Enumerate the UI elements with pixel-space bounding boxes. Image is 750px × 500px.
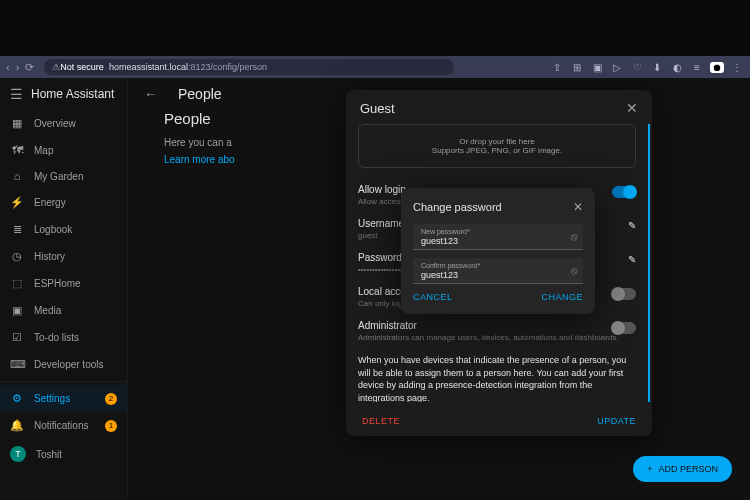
delete-button[interactable]: DELETE [362, 416, 400, 426]
overview-icon: ▦ [10, 117, 24, 130]
dialog-close-icon[interactable]: ✕ [573, 200, 583, 214]
edit-password-icon[interactable]: ✎ [628, 254, 636, 265]
reload-icon[interactable]: ⟳ [25, 61, 34, 74]
plus-icon: + [647, 464, 652, 474]
heart-icon[interactable]: ♡ [630, 62, 644, 73]
browser-actions: ⇪ ⊞ ▣ ▷ ♡ ⬇ ◐ ≡ ⏺ ⋮ [550, 62, 744, 73]
sidebar-item-label: My Garden [34, 171, 83, 182]
my-garden-icon: ⌂ [10, 170, 24, 182]
sidebar-item-toshit[interactable]: TToshit [0, 439, 127, 469]
sidebar-item-overview[interactable]: ▦Overview [0, 110, 127, 137]
menu-icon[interactable]: ⋮ [730, 62, 744, 73]
record-icon[interactable]: ⏺ [710, 62, 724, 73]
sidebar-item-label: Toshit [36, 449, 62, 460]
esphome-icon: ⬚ [10, 277, 24, 290]
sidebar-item-logbook[interactable]: ≣Logbook [0, 216, 127, 243]
back-arrow-icon[interactable]: ← [144, 86, 158, 102]
change-button[interactable]: CHANGE [541, 292, 583, 302]
confirm-password-value: guest123 [421, 270, 575, 280]
edit-username-icon[interactable]: ✎ [628, 220, 636, 231]
cancel-button[interactable]: CANCEL [413, 292, 453, 302]
sidebar-item-history[interactable]: ◷History [0, 243, 127, 270]
badge: 2 [105, 393, 117, 405]
forward-icon[interactable]: › [16, 61, 20, 73]
ext-icon[interactable]: ⊞ [570, 62, 584, 73]
sidebar-item-map[interactable]: 🗺Map [0, 137, 127, 163]
main: ← People People Here you can a Learn mor… [128, 78, 750, 500]
sidebar-item-energy[interactable]: ⚡Energy [0, 189, 127, 216]
to-do-lists-icon: ☑ [10, 331, 24, 344]
back-icon[interactable]: ‹ [6, 61, 10, 73]
page-title: People [178, 86, 222, 102]
sidebar-item-label: Media [34, 305, 61, 316]
sidebar-item-label: Developer tools [34, 359, 103, 370]
sidebar-item-label: Overview [34, 118, 76, 129]
close-icon[interactable]: ✕ [626, 100, 638, 116]
confirm-password-field[interactable]: Confirm password* guest123 ⦸ [413, 258, 583, 284]
settings-icon: ⚙ [10, 392, 24, 405]
learn-more-link[interactable]: Learn more abo [164, 154, 235, 165]
admin-sub: Administrators can manage users, devices… [358, 333, 636, 342]
presence-info: When you have devices that indicate the … [358, 354, 636, 402]
sidebar-item-label: To-do lists [34, 332, 79, 343]
add-person-button[interactable]: + ADD PERSON [633, 456, 732, 482]
fab-label: ADD PERSON [658, 464, 718, 474]
address-bar[interactable]: ⚠ Not secure homeassistant.local :8123/c… [44, 59, 454, 75]
visibility-off-icon[interactable]: ⦸ [571, 265, 577, 277]
sidebar-item-settings[interactable]: ⚙Settings2 [0, 385, 127, 412]
developer-tools-icon: ⌨ [10, 358, 24, 371]
sidebar-item-media[interactable]: ▣Media [0, 297, 127, 324]
sidebar-item-label: Logbook [34, 224, 72, 235]
admin-toggle[interactable] [612, 322, 636, 334]
browser-toolbar: ‹ › ⟳ ⚠ Not secure homeassistant.local :… [0, 56, 750, 78]
security-label: Not secure [60, 62, 104, 72]
notifications-icon: 🔔 [10, 419, 24, 432]
app-title: Home Assistant [31, 87, 114, 101]
sidebar-item-label: Notifications [34, 420, 88, 431]
download-icon[interactable]: ⬇ [650, 62, 664, 73]
play-icon[interactable]: ▷ [610, 62, 624, 73]
update-button[interactable]: UPDATE [597, 416, 636, 426]
sidebar-item-label: Settings [34, 393, 70, 404]
sidebar-item-label: History [34, 251, 65, 262]
url-host: homeassistant.local [109, 62, 188, 72]
page-hint: Here you can a [164, 137, 232, 148]
cast-icon[interactable]: ▣ [590, 62, 604, 73]
sidebar-item-label: Map [34, 145, 53, 156]
new-password-label: New password* [421, 228, 575, 235]
admin-label: Administrator [358, 320, 636, 331]
sidebar: ☰ Home Assistant ▦Overview🗺Map⌂My Garden… [0, 78, 128, 500]
energy-icon: ⚡ [10, 196, 24, 209]
list-icon[interactable]: ≡ [690, 62, 704, 73]
sidebar-item-my-garden[interactable]: ⌂My Garden [0, 163, 127, 189]
sidebar-item-developer-tools[interactable]: ⌨Developer tools [0, 351, 127, 378]
share-icon[interactable]: ⇪ [550, 62, 564, 73]
sidebar-item-to-do-lists[interactable]: ☑To-do lists [0, 324, 127, 351]
sidebar-item-label: ESPHome [34, 278, 81, 289]
allow-login-toggle[interactable] [612, 186, 636, 198]
media-icon: ▣ [10, 304, 24, 317]
visibility-off-icon[interactable]: ⦸ [571, 231, 577, 243]
upload-line1: Or drop your file here [459, 137, 535, 146]
drawer-title: Guest [360, 101, 395, 116]
sidebar-item-esphome[interactable]: ⬚ESPHome [0, 270, 127, 297]
badge: 1 [105, 420, 117, 432]
hamburger-icon[interactable]: ☰ [10, 86, 23, 102]
new-password-field[interactable]: New password* guest123 ⦸ [413, 224, 583, 250]
sidebar-item-label: Energy [34, 197, 66, 208]
toshit-icon: T [10, 446, 26, 462]
sidebar-item-notifications[interactable]: 🔔Notifications1 [0, 412, 127, 439]
dialog-title: Change password [413, 201, 502, 213]
url-path: :8123/config/person [188, 62, 267, 72]
upload-line2: Supports JPEG, PNG, or GIF image. [432, 146, 562, 155]
history-icon: ◷ [10, 250, 24, 263]
warning-icon: ⚠ [52, 62, 60, 72]
logbook-icon: ≣ [10, 223, 24, 236]
change-password-dialog: Change password ✕ New password* guest123… [401, 188, 595, 314]
confirm-password-label: Confirm password* [421, 262, 575, 269]
toggle-icon[interactable]: ◐ [670, 62, 684, 73]
map-icon: 🗺 [10, 144, 24, 156]
new-password-value: guest123 [421, 236, 575, 246]
upload-dropzone[interactable]: Or drop your file here Supports JPEG, PN… [358, 124, 636, 168]
local-access-toggle[interactable] [612, 288, 636, 300]
